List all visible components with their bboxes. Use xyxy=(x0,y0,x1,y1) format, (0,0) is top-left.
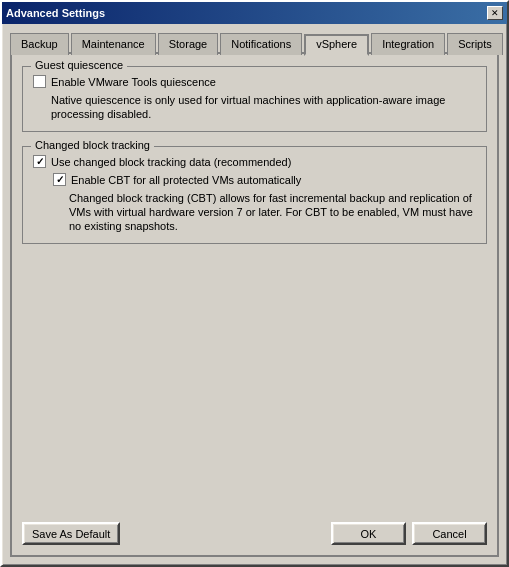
vmware-tools-quiescence-row: Enable VMware Tools quiescence xyxy=(33,75,476,89)
changed-block-tracking-content: Use changed block tracking data (recomme… xyxy=(33,155,476,233)
changed-block-tracking-group: Changed block tracking Use changed block… xyxy=(22,146,487,244)
window-title: Advanced Settings xyxy=(6,7,105,19)
tab-integration[interactable]: Integration xyxy=(371,33,445,55)
button-bar: Save As Default OK Cancel xyxy=(22,512,487,545)
window-content: Backup Maintenance Storage Notifications… xyxy=(2,24,507,565)
cbt-description: Changed block tracking (CBT) allows for … xyxy=(69,191,476,233)
save-as-default-button[interactable]: Save As Default xyxy=(22,522,120,545)
tab-backup[interactable]: Backup xyxy=(10,33,69,55)
spacer xyxy=(22,258,487,512)
changed-block-tracking-legend: Changed block tracking xyxy=(31,139,154,151)
vmware-tools-quiescence-checkbox[interactable] xyxy=(33,75,46,88)
cancel-button[interactable]: Cancel xyxy=(412,522,487,545)
vmware-tools-quiescence-label: Enable VMware Tools quiescence xyxy=(51,75,216,89)
use-cbt-checkbox[interactable] xyxy=(33,155,46,168)
tab-maintenance[interactable]: Maintenance xyxy=(71,33,156,55)
button-bar-right: OK Cancel xyxy=(331,522,487,545)
advanced-settings-window: Advanced Settings ✕ Backup Maintenance S… xyxy=(0,0,509,567)
guest-quiescence-legend: Guest quiescence xyxy=(31,59,127,71)
guest-quiescence-group: Guest quiescence Enable VMware Tools qui… xyxy=(22,66,487,132)
title-bar-buttons: ✕ xyxy=(487,6,503,20)
use-cbt-row: Use changed block tracking data (recomme… xyxy=(33,155,476,169)
ok-button[interactable]: OK xyxy=(331,522,406,545)
close-button[interactable]: ✕ xyxy=(487,6,503,20)
tab-storage[interactable]: Storage xyxy=(158,33,219,55)
guest-quiescence-content: Enable VMware Tools quiescence Native qu… xyxy=(33,75,476,121)
enable-cbt-auto-row: Enable CBT for all protected VMs automat… xyxy=(53,173,476,187)
enable-cbt-auto-checkbox[interactable] xyxy=(53,173,66,186)
vsphere-tab-content: Guest quiescence Enable VMware Tools qui… xyxy=(10,54,499,557)
tab-notifications[interactable]: Notifications xyxy=(220,33,302,55)
enable-cbt-auto-label: Enable CBT for all protected VMs automat… xyxy=(71,173,301,187)
tab-scripts[interactable]: Scripts xyxy=(447,33,503,55)
tab-vsphere[interactable]: vSphere xyxy=(304,34,369,56)
guest-quiescence-description: Native quiescence is only used for virtu… xyxy=(51,93,476,121)
title-bar: Advanced Settings ✕ xyxy=(2,2,507,24)
tab-bar: Backup Maintenance Storage Notifications… xyxy=(10,30,499,54)
use-cbt-label: Use changed block tracking data (recomme… xyxy=(51,155,291,169)
